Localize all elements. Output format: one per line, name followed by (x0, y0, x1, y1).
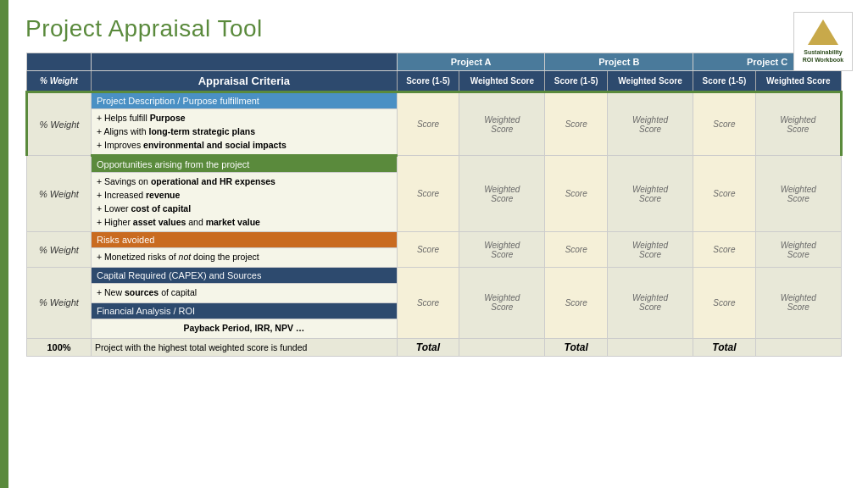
risks-category-row: % Weight Risks avoided Score WeightedSco… (27, 232, 842, 248)
opportunities-detail-cell: + Savings on operational and HR expenses… (91, 173, 397, 232)
purpose-weight-cell: % Weight (27, 92, 92, 156)
capital-weighted-c: WeightedScore (755, 268, 841, 339)
weighted-a-header: Weighted Score (459, 71, 545, 92)
total-label-c: Total (693, 338, 755, 356)
opportunities-weighted-a: WeightedScore (459, 156, 545, 232)
score-a-header: Score (1-5) (397, 71, 459, 92)
risks-weighted-a: WeightedScore (459, 232, 545, 268)
purpose-score-b: Score (545, 92, 607, 156)
header-sub-row: % Weight Appraisal Criteria Score (1-5) … (27, 71, 842, 92)
opportunities-score-b: Score (545, 156, 607, 232)
risks-score-c: Score (693, 232, 755, 268)
total-row: 100% Project with the highest total weig… (27, 338, 842, 356)
capital-weighted-a: WeightedScore (459, 268, 545, 339)
purpose-category-cell: Project Description / Purpose fulfillmen… (91, 92, 397, 109)
total-criteria-cell: Project with the highest total weighted … (91, 338, 397, 356)
purpose-category-banner: Project Description / Purpose fulfillmen… (92, 93, 397, 108)
purpose-category-row: % Weight Project Description / Purpose f… (27, 92, 842, 109)
logo-box: Sustainability ROI Workbook (793, 12, 853, 71)
score-c-header: Score (1-5) (693, 71, 755, 92)
opportunities-category-banner: Opportunities arising from the project (92, 157, 397, 172)
purpose-weighted-c: WeightedScore (755, 92, 841, 156)
page-title: Project Appraisal Tool (25, 15, 843, 42)
risks-score-a: Score (397, 232, 459, 268)
capital-weight-cell: % Weight (27, 268, 92, 339)
appraisal-criteria-label: Appraisal Criteria (91, 71, 397, 92)
financial-category-cell: Financial Analysis / ROI (91, 302, 397, 319)
weighted-c-header: Weighted Score (755, 71, 841, 92)
weighted-b-header: Weighted Score (607, 71, 693, 92)
capital-category-cell: Capital Required (CAPEX) and Sources (91, 268, 397, 284)
project-b-header: Project B (545, 53, 693, 71)
appraisal-table: Project A Project B Project C % Weight A… (25, 53, 843, 357)
purpose-criteria-text: + Helps fulfill Purpose + Aligns with lo… (97, 112, 392, 152)
risks-score-b: Score (545, 232, 607, 268)
criteria-header-empty (91, 53, 397, 71)
weight-header (27, 53, 92, 71)
slide-container: Project Appraisal Tool Sustainability RO… (0, 0, 868, 488)
opportunities-weight-cell: % Weight (27, 156, 92, 232)
total-weighted-a (459, 338, 545, 356)
capital-category-banner: Capital Required (CAPEX) and Sources (92, 268, 397, 283)
purpose-detail-cell: + Helps fulfill Purpose + Aligns with lo… (91, 109, 397, 156)
purpose-score-a: Score (397, 92, 459, 156)
financial-detail-cell: Payback Period, IRR, NPV … (91, 319, 397, 338)
risks-criteria-text: + Monetized risks of not doing the proje… (97, 251, 392, 264)
capital-sources-cell: + New sources of capital (91, 284, 397, 303)
risks-category-cell: Risks avoided (91, 232, 397, 248)
total-weighted-b (607, 338, 693, 356)
logo-text: Sustainability ROI Workbook (803, 48, 843, 64)
risks-weight-cell: % Weight (27, 232, 92, 268)
risks-detail-cell: + Monetized risks of not doing the proje… (91, 248, 397, 268)
risks-weighted-b: WeightedScore (607, 232, 693, 268)
opportunities-weighted-b: WeightedScore (607, 156, 693, 232)
score-b-header: Score (1-5) (545, 71, 607, 92)
total-label-a: Total (397, 338, 459, 356)
risks-weighted-c: WeightedScore (755, 232, 841, 268)
purpose-weighted-b: WeightedScore (607, 92, 693, 156)
capital-score-c: Score (693, 268, 755, 339)
capital-score-a: Score (397, 268, 459, 339)
capital-sources-text: + New sources of capital (97, 286, 392, 300)
opportunities-weighted-c: WeightedScore (755, 156, 841, 232)
capital-weighted-b: WeightedScore (607, 268, 693, 339)
capital-category-row: % Weight Capital Required (CAPEX) and So… (27, 268, 842, 284)
total-weighted-c (755, 338, 841, 356)
header-top-row: Project A Project B Project C (27, 53, 842, 71)
opportunities-criteria-text: + Savings on operational and HR expenses… (97, 175, 392, 229)
project-a-header: Project A (397, 53, 545, 71)
opportunities-score-a: Score (397, 156, 459, 232)
total-weight-cell: 100% (27, 338, 92, 356)
opportunities-category-cell: Opportunities arising from the project (91, 156, 397, 173)
logo-triangle-icon (808, 19, 838, 45)
opportunities-category-row: % Weight Opportunities arising from the … (27, 156, 842, 173)
percent-weight-label: % Weight (27, 71, 92, 92)
total-label-b: Total (545, 338, 607, 356)
opportunities-score-c: Score (693, 156, 755, 232)
financial-criteria-text: Payback Period, IRR, NPV … (97, 322, 392, 336)
risks-category-banner: Risks avoided (92, 232, 397, 247)
financial-category-banner: Financial Analysis / ROI (92, 303, 397, 319)
capital-score-b: Score (545, 268, 607, 339)
purpose-weighted-a: WeightedScore (459, 92, 545, 156)
purpose-score-c: Score (693, 92, 755, 156)
